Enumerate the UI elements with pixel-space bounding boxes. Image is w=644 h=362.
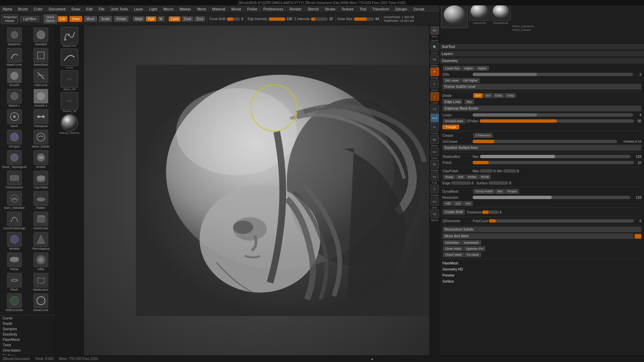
brush-zpolish[interactable]: zPolish [28,149,54,169]
zadd-button[interactable]: Zadd [169,16,180,21]
rshar-button[interactable]: RShar [466,175,479,179]
reconstruct-subdiv-button[interactable]: Reconstruct Subdiv [442,227,641,232]
lower-res-button[interactable]: Lower Res [443,66,462,71]
brush-move-elastic[interactable]: Move_Elastic [28,129,54,149]
resolution-slider[interactable] [473,196,631,199]
left-menu-surface[interactable]: Surface [0,353,55,355]
menu-stroke[interactable]: Stroke [323,7,337,11]
higher-res-2-button[interactable]: Higher [476,66,489,71]
brush-smooth1[interactable]: Smooth 1 [28,88,54,108]
zoom-icon[interactable]: 🔍 [430,43,439,51]
soft-button[interactable]: Soft [456,175,465,179]
move-button[interactable]: Move [84,16,97,22]
mirror-weld-indicator[interactable] [635,234,641,239]
menu-tool[interactable]: Tool [358,7,368,11]
draw-size-slider[interactable] [354,17,374,21]
loops-slider[interactable] [473,113,633,117]
smt-button[interactable]: Smt [473,93,483,98]
menu-draw[interactable]: Draw [70,7,82,11]
res-slider[interactable] [480,155,631,158]
mrgb-button[interactable]: Mrgb [133,16,145,21]
max-slider[interactable] [480,169,493,173]
zsub-button[interactable]: Zsub [182,16,193,21]
menu-zscript[interactable]: Zscript [412,7,426,11]
m-button[interactable]: M [158,16,164,21]
polycount-slider[interactable] [489,219,634,223]
brush-softconcrete[interactable]: SoftConcrete [1,293,27,312]
brush-sketch1[interactable]: Sketch 1 [1,88,27,108]
xpose-icon[interactable]: Xp [430,209,439,218]
insertmesh-button[interactable]: InsertMesh [462,240,481,245]
sdiv-slider[interactable] [473,73,633,76]
sharp-button[interactable]: Sharp [443,175,455,179]
focal-shift-slider[interactable] [227,17,240,21]
edit-button[interactable]: Edit [58,16,67,22]
group-polish-button[interactable]: Group Polish [473,189,495,194]
aalias-icon[interactable]: AA [430,55,439,64]
rotate-button[interactable]: Rotate [114,16,128,22]
menu-light[interactable]: Light [148,7,159,11]
subtool-header[interactable]: SubTool [440,44,644,50]
del-higher-button[interactable]: Del Higher [462,78,480,83]
center-maskcurve[interactable]: MaskCurve [61,27,78,47]
equalize-surface-area-button[interactable]: Equalize Surface Area [442,145,641,150]
brush-move[interactable]: Move [1,109,27,128]
menu-alpha[interactable]: Alpha [1,7,13,11]
close-holes-button[interactable]: Close Holes [443,246,464,251]
menu-texture[interactable]: Texture [340,7,355,11]
menu-zplugin[interactable]: Zplugin [394,7,409,11]
rotate-vp-icon[interactable]: Ro [430,160,439,169]
edge-loop-button[interactable]: Edge Loop [442,99,463,105]
thickness-slider[interactable] [482,210,499,214]
sub-button[interactable]: Sub [453,201,463,206]
zcut-button[interactable]: Zcut [195,16,205,21]
spix-icon[interactable]: SP [430,26,439,35]
blur-button[interactable]: Blur [465,100,474,104]
local-icon[interactable]: L [430,92,439,101]
del-lower-button[interactable]: Del Lower [443,78,461,83]
draw-button[interactable]: Draw [69,16,82,22]
check-mesh-button[interactable]: Check Mesh [443,252,464,257]
polish-slider[interactable] [473,161,634,164]
brush-inflat[interactable]: Inflat [28,252,54,272]
brush-npolish[interactable]: NPolish [1,231,27,251]
freeze-subdiv-button[interactable]: Freeze SubDiv Level [442,84,641,89]
add-button[interactable]: Add [443,201,452,206]
creaselvl-slider[interactable] [473,140,617,143]
z-intensity-slider[interactable] [311,17,328,21]
higher-res-1-button[interactable]: Higher [462,66,475,71]
brush-maskcurve[interactable]: MaskCurve [1,47,27,67]
brush-flatten[interactable]: Flatten [28,190,54,210]
early-button[interactable]: Early [493,93,504,98]
min-slider[interactable] [503,169,517,173]
left-menu-elasticity[interactable]: Elasticity [0,331,55,337]
brush-masklasso[interactable]: MaskLasso [28,272,54,292]
fix-mesh-button[interactable]: Fix Mesh [465,252,481,257]
center-alpha-off[interactable]: OFF Alpha_Off [61,70,78,91]
brush-trimadaptive[interactable]: TrimAdaptive [28,231,54,251]
quick-sketch-button[interactable]: Quick Sketch [44,14,57,24]
projection-master-button[interactable]: Projection Master [1,14,18,24]
transp-icon[interactable]: Tr [430,185,439,193]
menu-mesh[interactable]: Mesh [196,7,208,11]
menu-edit[interactable]: Edit [85,7,94,11]
triangle-button[interactable]: Triangle [442,125,459,129]
menu-file[interactable]: File [97,7,106,11]
menu-stencil[interactable]: Stencil [306,7,320,11]
brush-standard[interactable]: Standard [28,27,54,47]
brush-insertcube[interactable]: InsertCube [28,211,54,231]
brush-claytubes[interactable]: ClayTubes [28,170,54,190]
menu-brush[interactable]: Brush [17,7,29,11]
brush-maskpen[interactable]: MaskPen [1,27,27,47]
lisym-icon[interactable]: LS [430,105,439,113]
persp-icon[interactable]: P [430,67,439,76]
brush-zproject[interactable]: ZProject [1,129,27,149]
optimize-poi-button[interactable]: Optimize Poi [464,246,485,251]
brush-transpose[interactable]: Transpose [28,109,54,128]
brush-dam-standard[interactable]: Dam_Standard [1,190,27,210]
left-menu-depth[interactable]: Depth [0,321,55,326]
and-button[interactable]: And [463,201,473,206]
menu-movie[interactable]: Movie [230,7,243,11]
groupsloops-button[interactable]: GroupsLoops [443,119,465,123]
xyz-icon[interactable]: XYZ [430,114,439,122]
